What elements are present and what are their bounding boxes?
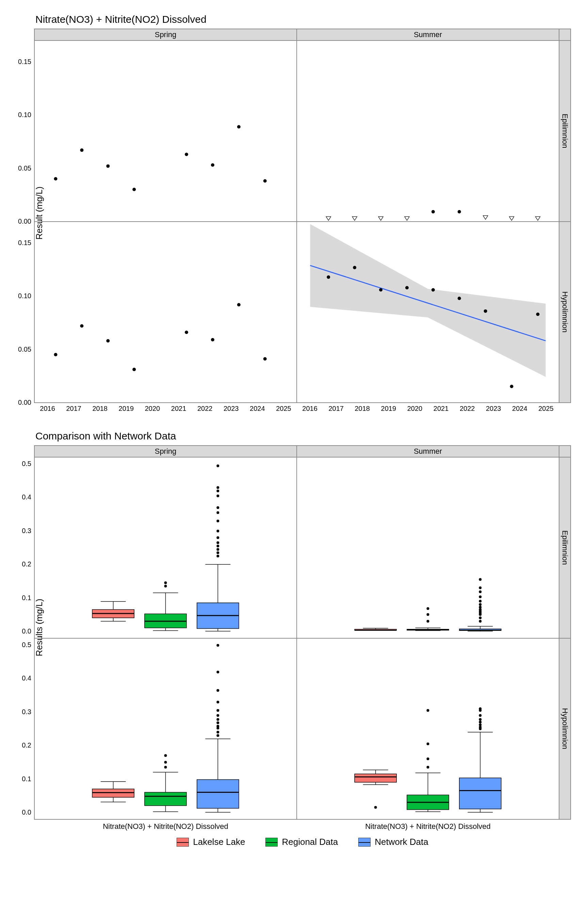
- svg-point-89: [479, 606, 481, 609]
- svg-point-59: [216, 490, 219, 492]
- svg-point-60: [216, 486, 219, 489]
- legend-item: Regional Data: [265, 837, 338, 847]
- svg-point-61: [216, 465, 219, 467]
- svg-point-52: [216, 541, 219, 544]
- scatter-facet-grid: Spring Summer Epilimnion Hypolimnion 0.0…: [34, 29, 571, 403]
- svg-point-121: [216, 721, 219, 724]
- svg-point-109: [164, 761, 167, 763]
- svg-point-27: [536, 312, 540, 316]
- svg-point-122: [216, 718, 219, 721]
- svg-point-4: [185, 153, 188, 156]
- svg-point-126: [216, 689, 219, 692]
- svg-point-10: [54, 353, 58, 356]
- svg-point-123: [216, 714, 219, 717]
- svg-point-142: [427, 766, 430, 769]
- svg-point-154: [479, 723, 481, 726]
- svg-point-41: [164, 581, 167, 584]
- svg-point-74: [427, 620, 430, 622]
- svg-point-8: [431, 210, 435, 213]
- svg-point-0: [54, 177, 58, 180]
- svg-point-94: [479, 587, 481, 589]
- svg-point-84: [479, 616, 481, 619]
- figure: Nitrate(NO3) + Nitrite(NO2) Dissolved Re…: [0, 0, 588, 915]
- panel-summer-epi: [297, 40, 559, 221]
- svg-point-24: [458, 296, 461, 300]
- svg-point-57: [216, 506, 219, 509]
- panel-spring-hypo: [34, 221, 297, 403]
- svg-point-159: [479, 707, 481, 710]
- svg-point-15: [211, 338, 214, 341]
- svg-point-56: [216, 511, 219, 514]
- svg-point-127: [216, 671, 219, 673]
- svg-point-19: [327, 275, 330, 279]
- svg-point-91: [479, 600, 481, 603]
- scatter-title: Nitrate(NO3) + Nitrite(NO2) Dissolved: [36, 14, 571, 25]
- boxplot-title: Comparison with Network Data: [36, 430, 571, 442]
- svg-point-22: [405, 286, 409, 289]
- svg-point-3: [132, 188, 136, 191]
- svg-point-23: [431, 288, 435, 292]
- svg-point-124: [216, 709, 219, 712]
- legend-swatch: [358, 838, 371, 847]
- svg-point-155: [479, 721, 481, 723]
- panel-summer-hypo: [297, 221, 559, 403]
- boxpanel-spring-hypo: [34, 638, 297, 820]
- boxplot-facet-grid: Spring Summer Epilimnion Hypolimnion 0.0…: [34, 445, 571, 820]
- svg-point-128: [216, 644, 219, 647]
- svg-point-9: [458, 210, 461, 213]
- svg-point-12: [106, 339, 110, 343]
- svg-point-110: [164, 754, 167, 757]
- svg-point-145: [427, 709, 430, 712]
- svg-point-90: [479, 603, 481, 606]
- svg-point-50: [216, 548, 219, 551]
- boxpanel-summer-hypo: [297, 638, 559, 820]
- svg-point-93: [479, 591, 481, 593]
- svg-point-108: [164, 766, 167, 769]
- svg-rect-115: [197, 779, 239, 808]
- legend-swatch: [177, 838, 189, 847]
- svg-point-95: [479, 578, 481, 581]
- svg-point-53: [216, 537, 219, 539]
- svg-point-83: [479, 620, 481, 622]
- col-strip-spring-2: Spring: [34, 446, 297, 457]
- svg-point-157: [479, 714, 481, 717]
- svg-point-153: [479, 726, 481, 729]
- svg-point-144: [427, 742, 430, 745]
- legend-label: Regional Data: [282, 837, 338, 847]
- legend: Lakelse LakeRegional DataNetwork Data: [34, 837, 571, 847]
- row-strip-hypo-2: Hypolimnion: [559, 638, 571, 820]
- svg-point-5: [211, 163, 214, 167]
- svg-point-125: [216, 700, 219, 703]
- svg-point-26: [510, 385, 514, 388]
- svg-point-143: [427, 757, 430, 760]
- svg-point-13: [132, 368, 136, 371]
- svg-point-55: [216, 519, 219, 522]
- svg-point-49: [216, 551, 219, 554]
- col-strip-summer: Summer: [297, 29, 559, 40]
- svg-point-17: [263, 357, 267, 361]
- svg-point-25: [484, 309, 487, 313]
- svg-point-120: [216, 725, 219, 727]
- row-strip-epi-2: Epilimnion: [559, 457, 571, 638]
- row-strip-epi: Epilimnion: [559, 40, 571, 221]
- legend-swatch: [265, 838, 278, 847]
- svg-point-76: [427, 607, 430, 610]
- svg-point-21: [379, 288, 383, 292]
- col-strip-spring: Spring: [34, 29, 297, 40]
- svg-rect-150: [459, 778, 501, 809]
- svg-point-156: [479, 718, 481, 721]
- svg-point-58: [216, 495, 219, 497]
- svg-point-6: [237, 125, 241, 129]
- svg-point-11: [80, 324, 83, 328]
- boxpanel-spring-epi: [34, 457, 297, 638]
- panel-spring-epi: [34, 40, 297, 221]
- svg-point-2: [106, 165, 110, 168]
- svg-point-75: [427, 613, 430, 616]
- legend-item: Lakelse Lake: [177, 837, 245, 847]
- row-strip-hypo: Hypolimnion: [559, 221, 571, 403]
- svg-point-135: [374, 806, 377, 809]
- svg-point-16: [237, 303, 241, 306]
- svg-point-48: [216, 555, 219, 558]
- svg-point-1: [80, 149, 83, 152]
- svg-point-117: [216, 734, 219, 737]
